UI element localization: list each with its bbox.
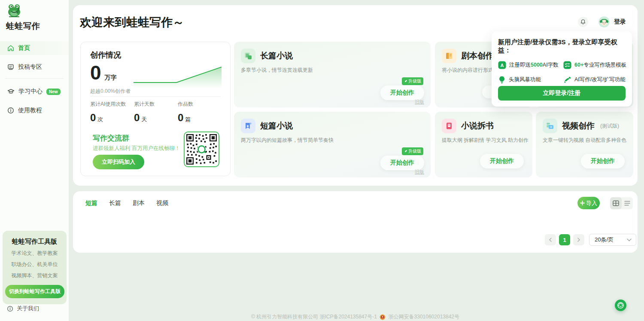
group-qr-code bbox=[184, 131, 219, 167]
metric-unit: 天 bbox=[141, 116, 147, 122]
current-page[interactable]: 1 bbox=[559, 234, 570, 245]
upgrade-badge: 升级版 bbox=[402, 147, 423, 155]
sidebar-nav: 首页 投稿专区 学习中心 New bbox=[0, 41, 69, 117]
page-size-select[interactable]: 20条/页 bbox=[589, 234, 636, 246]
works-panel: 短篇 长篇 剧本 视频 导入 bbox=[73, 191, 638, 253]
chat-group-desc: 进群领新人福利 百万用户在线畅聊！ bbox=[93, 145, 180, 152]
feature-desc: 两万字以内的短篇故事，情节简单节奏快 bbox=[241, 137, 334, 144]
old-version-link[interactable]: 旧版 bbox=[415, 169, 424, 175]
tab-script[interactable]: 剧本 bbox=[133, 199, 145, 210]
footer-beian: 浙公网安备33010602013842号 bbox=[389, 314, 459, 320]
home-icon bbox=[7, 45, 14, 52]
chevron-left-icon bbox=[549, 238, 552, 242]
metric-label: 累计AI使用次数 bbox=[90, 101, 134, 108]
benefit-item: 60+专业写作场景模板 bbox=[563, 61, 626, 69]
sidebar-divider bbox=[5, 78, 64, 79]
beian-emblem-icon bbox=[380, 314, 386, 320]
headset-icon bbox=[617, 302, 624, 309]
svg-text:A: A bbox=[501, 63, 504, 68]
sidebar-item-learning[interactable]: 学习中心 New bbox=[0, 85, 69, 98]
login-benefits-popup: 新用户注册/登录仅需3S，登录立即享受权益： A 注册即送5000AI字数 60… bbox=[492, 31, 632, 107]
sidebar-item-label: 投稿专区 bbox=[18, 63, 42, 71]
bulb-icon bbox=[498, 76, 506, 84]
start-create-button[interactable]: 开始创作 bbox=[581, 154, 625, 168]
start-create-button[interactable]: 开始创作 bbox=[480, 154, 524, 168]
tool-card-line: 职场办公、机关单位 bbox=[5, 261, 64, 268]
login-button[interactable]: 登录 bbox=[614, 18, 626, 26]
template-checklist-icon bbox=[563, 61, 571, 69]
metric-unit: 篇 bbox=[185, 116, 191, 122]
old-version-link[interactable]: 旧版 bbox=[415, 99, 424, 105]
tab-long[interactable]: 长篇 bbox=[109, 199, 121, 210]
trend-sparkline bbox=[134, 64, 222, 89]
sidebar-item-home[interactable]: 首页 bbox=[0, 41, 69, 55]
grid-view-icon bbox=[613, 200, 619, 206]
notifications-button[interactable] bbox=[578, 17, 588, 27]
import-label: 导入 bbox=[586, 199, 597, 207]
divider bbox=[90, 96, 221, 97]
pen-icon bbox=[563, 76, 571, 84]
sidebar-item-label: 使用教程 bbox=[18, 107, 42, 114]
feature-card-video[interactable]: 视频创作 (测试版) 文章一键转为视频 自动配音多种音色 开始创作 bbox=[536, 112, 633, 177]
avatar-frog-icon bbox=[598, 16, 610, 28]
metric-days: 累计天数 0天 bbox=[134, 101, 178, 124]
page: 蛙蛙写作 首页 投稿专区 bbox=[0, 0, 644, 321]
tab-short[interactable]: 短篇 bbox=[85, 199, 97, 210]
join-group-button[interactable]: 立即扫码加入 bbox=[93, 155, 144, 169]
benefit-item: A 注册即送5000AI字数 bbox=[498, 61, 563, 69]
start-create-button[interactable]: 开始创作 bbox=[380, 156, 424, 170]
short-novel-icon bbox=[241, 119, 255, 133]
metrics-row: 累计AI使用次数 0次 累计天数 0天 作品数 0篇 bbox=[90, 101, 222, 124]
qr-code-image bbox=[186, 134, 217, 165]
import-button[interactable]: 导入 bbox=[577, 197, 600, 209]
customer-service-button[interactable] bbox=[615, 300, 626, 311]
chevron-down-icon bbox=[627, 238, 632, 242]
list-view-icon bbox=[624, 201, 630, 206]
login-register-button[interactable]: 立即登录/注册 bbox=[498, 86, 626, 101]
metric-value: 0 bbox=[90, 112, 96, 123]
bell-icon bbox=[580, 19, 586, 25]
stats-title: 创作情况 bbox=[90, 50, 121, 60]
sidebar-item-tutorial[interactable]: 使用教程 bbox=[0, 104, 69, 117]
footer-copyright: © 杭州引力智能科技有限公司 浙ICP备2024135847号-1 bbox=[251, 314, 377, 320]
page-title: 欢迎来到蛙蛙写作～ bbox=[80, 15, 184, 30]
feature-card-short-novel[interactable]: 短篇小说 两万字以内的短篇故事，情节简单节奏快 升级版 开始创作 旧版 bbox=[234, 112, 431, 177]
feature-card-book-analysis[interactable]: 小说拆书 提取大纲 拆解剧情 学习文风 助力创作 开始创作 bbox=[435, 112, 532, 177]
benefit-item: 头脑风暴功能 bbox=[498, 76, 563, 84]
prev-page-button[interactable] bbox=[545, 234, 556, 245]
metric-label: 累计天数 bbox=[134, 101, 178, 108]
graduation-cap-icon bbox=[7, 88, 15, 95]
next-page-button[interactable] bbox=[573, 234, 584, 245]
switch-tool-version-button[interactable]: 切换到蛙蛙写作工具版 bbox=[5, 285, 64, 298]
upgrade-badge: 升级版 bbox=[402, 77, 423, 85]
sidebar-item-submission[interactable]: 投稿专区 bbox=[0, 60, 69, 74]
feature-desc: 多章节小说，情节连贯连载更新 bbox=[241, 67, 313, 74]
script-icon bbox=[442, 49, 456, 63]
info-icon bbox=[7, 107, 14, 114]
feature-title: 小说拆书 bbox=[461, 120, 494, 131]
percentile-text: 超越0.00%创作者 bbox=[90, 88, 131, 95]
chevron-right-icon bbox=[577, 238, 580, 242]
feature-card-long-novel[interactable]: 长篇小说 多章节小说，情节连贯连载更新 升级版 开始创作 旧版 bbox=[234, 42, 431, 107]
start-create-button[interactable]: 开始创作 bbox=[380, 86, 424, 100]
info-icon bbox=[7, 306, 13, 312]
rocket-icon bbox=[404, 150, 407, 153]
grid-view-button[interactable] bbox=[610, 197, 622, 209]
feature-desc: 文章一键转为视频 自动配音多种音色 bbox=[543, 137, 626, 144]
words-value: 0 bbox=[90, 61, 101, 84]
metric-value: 0 bbox=[134, 112, 140, 123]
sidebar-item-label: 首页 bbox=[18, 44, 30, 52]
metric-value: 0 bbox=[178, 112, 183, 123]
avatar[interactable] bbox=[598, 16, 610, 28]
feature-desc: 提取大纲 拆解剧情 学习文风 助力创作 bbox=[442, 137, 529, 144]
long-novel-icon bbox=[241, 49, 255, 63]
page-size-value: 20条/页 bbox=[595, 236, 614, 244]
works-tabs: 短篇 长篇 剧本 视频 bbox=[85, 199, 168, 210]
words-unit: 万字 bbox=[105, 74, 117, 82]
tab-video[interactable]: 视频 bbox=[156, 199, 168, 210]
list-view-button[interactable] bbox=[622, 197, 633, 209]
frog-logo-icon bbox=[6, 3, 22, 19]
a-badge-icon: A bbox=[498, 61, 506, 69]
metric-unit: 次 bbox=[97, 116, 103, 122]
about-us[interactable]: 关于我们 bbox=[7, 305, 39, 312]
